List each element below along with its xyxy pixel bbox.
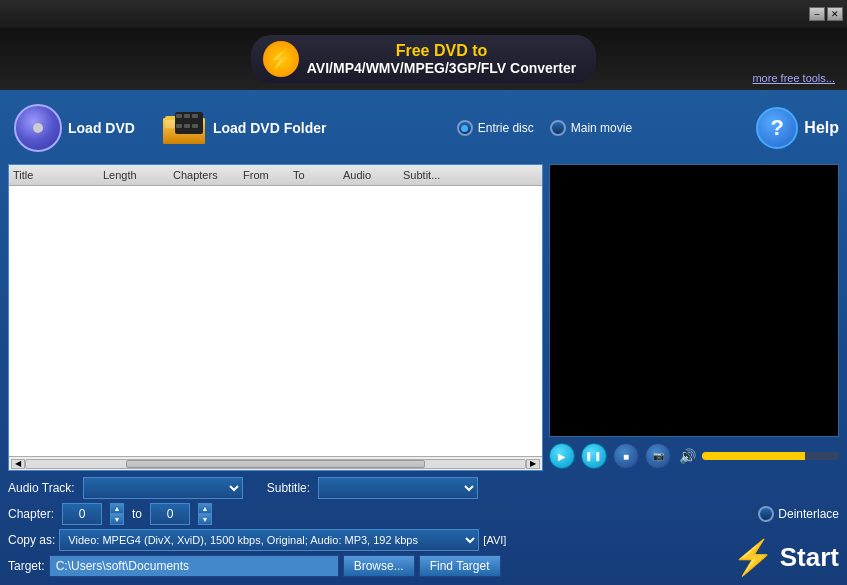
main-movie-label: Main movie xyxy=(571,121,632,135)
copy-as-dropdown[interactable]: Video: MPEG4 (DivX, XviD), 1500 kbps, Or… xyxy=(59,529,479,551)
svg-rect-5 xyxy=(176,114,182,118)
col-chapters: Chapters xyxy=(169,168,239,182)
load-folder-button[interactable]: Load DVD Folder xyxy=(157,106,333,150)
load-dvd-button[interactable]: Load DVD xyxy=(8,100,141,156)
col-audio: Audio xyxy=(339,168,399,182)
subtitle-dropdown[interactable] xyxy=(318,477,478,499)
svg-rect-7 xyxy=(192,114,198,118)
player-controls: ▶ ❚❚ ■ 📷 🔊 xyxy=(549,441,839,471)
chapter-to-input[interactable] xyxy=(150,503,190,525)
copy-as-row: Copy as: Video: MPEG4 (DivX, XviD), 1500… xyxy=(8,529,839,551)
dvd-icon xyxy=(14,104,62,152)
app-title-free: Free DVD to xyxy=(307,42,576,60)
chapter-to-spinner[interactable]: ▲ ▼ xyxy=(198,503,212,525)
subtitle-label: Subtitle: xyxy=(267,481,310,495)
preview-area: ▶ ❚❚ ■ 📷 🔊 xyxy=(549,164,839,471)
start-button-group: ⚡ Start xyxy=(732,537,839,577)
middle-section: Title Length Chapters From To Audio Subt… xyxy=(8,164,839,471)
stop-button[interactable]: ■ xyxy=(613,443,639,469)
help-label: Help xyxy=(804,119,839,137)
format-badge: [AVI] xyxy=(483,534,506,546)
chapter-from-spinner[interactable]: ▲ ▼ xyxy=(110,503,124,525)
svg-rect-9 xyxy=(184,124,190,128)
browse-button[interactable]: Browse... xyxy=(343,555,415,577)
scrollbar-track[interactable] xyxy=(25,459,526,469)
chapter-label: Chapter: xyxy=(8,507,54,521)
title-bar-controls: – ✕ xyxy=(809,7,843,21)
volume-slider[interactable] xyxy=(702,452,839,460)
chapter-from-up[interactable]: ▲ xyxy=(110,503,124,514)
start-lightning-icon: ⚡ xyxy=(732,537,774,577)
chapter-to-down[interactable]: ▼ xyxy=(198,514,212,525)
target-row: Target: Browse... Find Target xyxy=(8,555,839,577)
target-label: Target: xyxy=(8,559,45,573)
svg-rect-10 xyxy=(192,124,198,128)
table-scrollbar[interactable]: ◀ ▶ xyxy=(9,456,542,470)
app-logo: ⚡ Free DVD to AVI/MP4/WMV/MPEG/3GP/FLV C… xyxy=(251,35,596,83)
app-title: Free DVD to AVI/MP4/WMV/MPEG/3GP/FLV Con… xyxy=(307,42,576,76)
disc-mode-group: Entrie disc Main movie xyxy=(457,120,632,136)
app-title-formats: AVI/MP4/WMV/MPEG/3GP/FLV Converter xyxy=(307,60,576,76)
svg-rect-6 xyxy=(184,114,190,118)
more-tools-link[interactable]: more free tools... xyxy=(752,72,835,84)
main-content: Load DVD xyxy=(0,90,847,585)
col-subtitle: Subtit... xyxy=(399,168,459,182)
app-header: ⚡ Free DVD to AVI/MP4/WMV/MPEG/3GP/FLV C… xyxy=(0,28,847,90)
col-length: Length xyxy=(99,168,169,182)
title-bar: – ✕ xyxy=(0,0,847,28)
chapter-to-up[interactable]: ▲ xyxy=(198,503,212,514)
table-header: Title Length Chapters From To Audio Subt… xyxy=(9,165,542,186)
close-button[interactable]: ✕ xyxy=(827,7,843,21)
deinterlace-indicator xyxy=(758,506,774,522)
logo-lightning-icon: ⚡ xyxy=(263,41,299,77)
target-path-input[interactable] xyxy=(49,555,339,577)
main-movie-radio-indicator xyxy=(550,120,566,136)
chapter-from-input[interactable] xyxy=(62,503,102,525)
pause-button[interactable]: ❚❚ xyxy=(581,443,607,469)
svg-rect-8 xyxy=(176,124,182,128)
minimize-button[interactable]: – xyxy=(809,7,825,21)
entire-disc-label: Entrie disc xyxy=(478,121,534,135)
play-button[interactable]: ▶ xyxy=(549,443,575,469)
entire-disc-radio[interactable]: Entrie disc xyxy=(457,120,534,136)
copy-as-label: Copy as: xyxy=(8,533,55,547)
file-table: Title Length Chapters From To Audio Subt… xyxy=(8,164,543,471)
start-area: ⚡ Start xyxy=(732,537,839,577)
load-folder-label: Load DVD Folder xyxy=(213,120,327,136)
help-icon: ? xyxy=(756,107,798,149)
toolbar: Load DVD xyxy=(8,98,839,158)
preview-video xyxy=(549,164,839,437)
start-button[interactable]: Start xyxy=(780,542,839,573)
chapter-from-down[interactable]: ▼ xyxy=(110,514,124,525)
scrollbar-thumb[interactable] xyxy=(126,460,425,468)
chapter-row: Chapter: ▲ ▼ to ▲ ▼ Deinterlace xyxy=(8,503,839,525)
find-target-button[interactable]: Find Target xyxy=(419,555,501,577)
audio-track-dropdown[interactable] xyxy=(83,477,243,499)
col-to: To xyxy=(289,168,339,182)
deinterlace-label: Deinterlace xyxy=(778,507,839,521)
main-movie-radio[interactable]: Main movie xyxy=(550,120,632,136)
volume-icon: 🔊 xyxy=(679,448,696,464)
load-dvd-label: Load DVD xyxy=(68,120,135,136)
audio-track-label: Audio Track: xyxy=(8,481,75,495)
col-from: From xyxy=(239,168,289,182)
bottom-controls: Audio Track: Subtitle: Chapter: ▲ ▼ to ▲… xyxy=(8,477,839,577)
folder-icon xyxy=(163,110,207,146)
help-button[interactable]: ? Help xyxy=(756,107,839,149)
audio-subtitle-row: Audio Track: Subtitle: xyxy=(8,477,839,499)
entire-disc-radio-indicator xyxy=(457,120,473,136)
table-body[interactable] xyxy=(9,186,542,456)
deinterlace-radio[interactable]: Deinterlace xyxy=(758,506,839,522)
col-title: Title xyxy=(9,168,99,182)
snapshot-button[interactable]: 📷 xyxy=(645,443,671,469)
chapter-to-label: to xyxy=(132,507,142,521)
